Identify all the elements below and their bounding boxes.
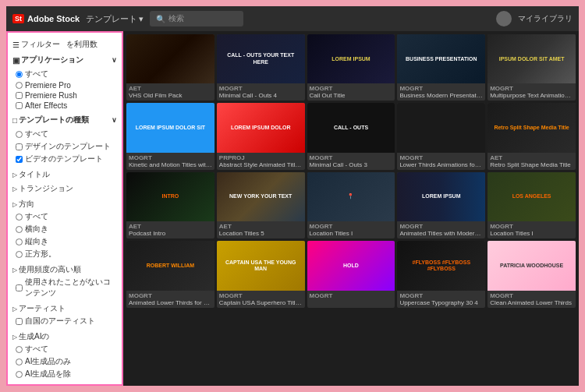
nav-template[interactable]: テンプレート ▾ [86, 13, 144, 25]
grid-item[interactable]: ROBERT WILLIAMMOGRTAnimated Lower Thirds… [126, 241, 214, 307]
section-safe-search[interactable]: ▷ セーフサーチ [12, 384, 117, 386]
grid-item[interactable]: AETVHS Old Film Pack [126, 34, 214, 101]
radio-ai-only[interactable]: AI生成品のみ [12, 356, 117, 367]
radio-all-direction-input[interactable] [16, 214, 23, 221]
grid-item[interactable]: HOLDMOGRT [307, 241, 395, 307]
thumb-image: CAPTAIN USA THE YOUNG MAN [217, 241, 305, 290]
item-title: Clean Animated Lower Thirds [490, 299, 573, 306]
item-source: AET [129, 85, 212, 92]
my-library-link[interactable]: マイライブラリ [518, 13, 573, 24]
check-video-template-input[interactable] [16, 156, 23, 163]
subsection-title-label[interactable]: ▷ タイトル [12, 169, 117, 180]
radio-portrait[interactable]: 縦向き [12, 236, 117, 247]
grid-item[interactable]: IPSUM DOLOR SIT AMETMOGRTMultipurpose Te… [488, 34, 576, 101]
radio-ai-only-input[interactable] [16, 358, 23, 366]
radio-ai-all-input[interactable] [16, 346, 23, 353]
main-area: ☰ フィルター を利用数 ▣ アプリケーション ∨ すべて Premiere P… [6, 31, 579, 386]
grid-item[interactable]: 📍MOGRTLocation Titles I [307, 172, 395, 238]
check-video-template[interactable]: ビデオのテンプレート [12, 154, 117, 164]
item-source: MOGRT [310, 85, 393, 92]
radio-landscape-input[interactable] [16, 226, 23, 233]
item-source: MOGRT [219, 85, 303, 92]
check-after-effects-input[interactable] [16, 102, 23, 109]
thumb-image [397, 103, 485, 152]
grid-item[interactable]: LOREM IPSUMMOGRTAnimated Titles with Mod… [397, 172, 485, 238]
thumb-image [126, 34, 214, 83]
section-type-arrow: ∨ [112, 116, 117, 124]
grid-item[interactable]: PATRICIA WOODHOUSEMOGRTClean Animated Lo… [488, 241, 576, 307]
radio-all-app-input[interactable] [16, 71, 23, 78]
grid-item[interactable]: LOREM IPSUM DOLOR SITMOGRTKinetic and Mo… [126, 103, 214, 169]
check-design-template-input[interactable] [16, 143, 23, 150]
logo-text: Adobe Stock [27, 14, 80, 23]
check-design-template[interactable]: デザインのテンプレート [12, 141, 117, 152]
avatar[interactable] [496, 11, 512, 26]
app-section-icon: ▣ [12, 56, 20, 65]
radio-premiere-pro[interactable]: Premiere Pro [12, 81, 117, 90]
thumb-image: PATRICIA WOODHOUSE [488, 241, 576, 290]
grid-item[interactable]: LOS ANGELESMOGRTLocation Titles I [488, 172, 576, 238]
logo: St Adobe Stock [12, 14, 80, 23]
item-source: MOGRT [490, 223, 573, 230]
check-local-artist-input[interactable] [16, 318, 23, 325]
sort-button[interactable]: を利用数 [66, 39, 98, 50]
radio-all-type-input[interactable] [16, 131, 23, 138]
radio-square-input[interactable] [16, 251, 23, 258]
grid-item[interactable]: #FLYBOSS #FLYBOSS #FLYBOSSMOGRTUppercase… [397, 241, 485, 307]
item-title: Abstract Style Animated Title for Social… [219, 161, 303, 168]
check-unused-input[interactable] [16, 284, 23, 291]
subsection-transition-label[interactable]: ▷ トランジション [12, 183, 117, 194]
thumb-image: ROBERT WILLIAM [126, 241, 214, 290]
check-after-effects[interactable]: After Effects [12, 101, 117, 110]
radio-landscape[interactable]: 横向き [12, 224, 117, 235]
radio-all-app[interactable]: すべて [12, 69, 117, 79]
search-box[interactable]: 🔍 検索 [150, 11, 243, 26]
direction-arrow-icon: ▷ [12, 201, 17, 208]
thumb-image: IPSUM DOLOR SIT AMET [488, 34, 576, 83]
radio-square[interactable]: 正方形。 [12, 249, 117, 260]
radio-ai-exclude-input[interactable] [16, 371, 23, 378]
radio-all-direction[interactable]: すべて [12, 211, 117, 222]
item-title: VHS Old Film Pack [129, 92, 212, 99]
item-source: MOGRT [490, 85, 573, 92]
radio-all-type[interactable]: すべて [12, 129, 117, 139]
filter-icon: ☰ [12, 41, 20, 49]
item-title: Uppercase Typography 30 4 [399, 299, 483, 306]
section-direction[interactable]: ▷ 方向 [12, 199, 117, 210]
grid-item[interactable]: LOREM IPSUMMOGRTCall Out Title [307, 34, 395, 101]
section-ai[interactable]: ▷ 生成AIの [12, 331, 117, 342]
grid-item[interactable]: CALL - OUTS YOUR TEXT HEREMOGRTMinimal C… [217, 34, 305, 101]
item-title: Animated Titles with Modern and Stylish … [399, 230, 483, 237]
item-title: Animated Lower Thirds for Social Media V… [129, 299, 212, 306]
check-premiere-rush[interactable]: Premiere Rush [12, 91, 117, 100]
check-local-artist[interactable]: 自国のアーティスト [12, 316, 117, 327]
item-title: Retro Split Shape Media Title [490, 161, 573, 168]
radio-premiere-pro-input[interactable] [16, 82, 23, 89]
check-premiere-rush-input[interactable] [16, 92, 23, 99]
item-title: Location Titles I [310, 230, 393, 237]
grid-item[interactable]: CAPTAIN USA THE YOUNG MANMOGRTCaptain US… [217, 241, 305, 307]
radio-portrait-input[interactable] [16, 238, 23, 245]
search-placeholder: 検索 [168, 13, 184, 24]
thumb-image: HOLD [307, 241, 395, 290]
grid-item[interactable]: MOGRTLower Thirds Animations for Univers… [397, 103, 485, 169]
grid-item[interactable]: INTROAETPodcast Intro [126, 172, 214, 238]
radio-ai-all[interactable]: すべて [12, 344, 117, 355]
grid-item[interactable]: Retro Split Shape Media TitleAETRetro Sp… [488, 103, 576, 169]
sub-section-transition: ▷ トランジション [12, 183, 117, 194]
sidebar-toolbar: ☰ フィルター を利用数 [12, 39, 117, 50]
grid-item[interactable]: CALL - OUTSMOGRTMinimal Call - Outs 3 [307, 103, 395, 169]
grid-item[interactable]: BUSINESS PRESENTATIONMOGRTBusiness Moder… [397, 34, 485, 101]
item-source: MOGRT [310, 154, 393, 161]
thumb-image: BUSINESS PRESENTATION [397, 34, 485, 83]
grid-item[interactable]: NEW YORK YOUR TEXTAETLocation Titles 5 [217, 172, 305, 238]
section-usage[interactable]: ▷ 使用頻度の高い順 [12, 264, 117, 275]
item-source: MOGRT [399, 154, 483, 161]
section-artist[interactable]: ▷ アーティスト [12, 303, 117, 314]
filter-button[interactable]: ☰ フィルター [12, 39, 60, 50]
item-source: MOGRT [399, 223, 483, 230]
radio-ai-exclude[interactable]: AI生成品を除 [12, 369, 117, 380]
thumb-image: LOREM IPSUM DOLOR [217, 103, 305, 152]
check-unused[interactable]: 使用されたことがないコンテンツ [12, 277, 117, 298]
grid-item[interactable]: LOREM IPSUM DOLORPRPROJAbstract Style An… [217, 103, 305, 169]
